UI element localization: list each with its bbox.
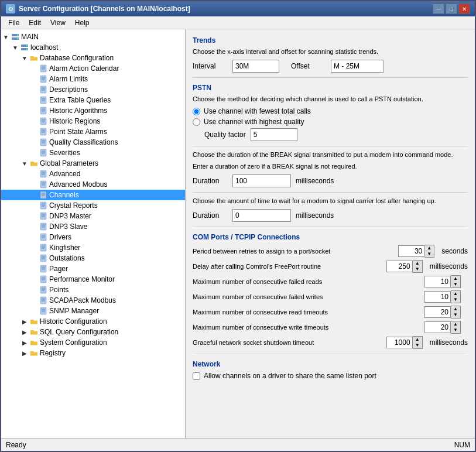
spinner-input-3[interactable] [424,291,451,303]
tree-item-alarm-limits[interactable]: Alarm Limits [1,74,185,84]
tree-item-drivers[interactable]: Drivers [1,232,185,242]
pstn-header: PSTN [193,84,468,92]
label-dnp3-master: DNP3 Master [49,212,91,220]
tree-item-dnp3-slave[interactable]: DNP3 Slave [1,221,185,232]
svg-rect-72 [40,244,46,251]
icon-global-params [29,159,39,168]
tree-item-localhost[interactable]: ▼localhost [1,42,185,53]
label-outstations: Outstations [49,254,85,262]
tree-item-dnp3-master[interactable]: DNP3 Master [1,211,185,221]
tree-item-advanced[interactable]: Advanced [1,169,185,179]
toggle-localhost[interactable]: ▼ [11,43,20,52]
toggle-historic-config[interactable]: ▶ [20,317,29,326]
spinner-down-0[interactable]: ▼ [424,251,434,257]
tree-item-performance-monitor[interactable]: Performance Monitor [1,274,185,285]
tree-item-severities[interactable]: Severities [1,148,185,158]
spinner-input-2[interactable] [424,276,451,287]
icon-outstations [39,254,48,263]
quality-input[interactable] [251,128,297,141]
spinner-up-3[interactable]: ▲ [451,291,460,297]
tree-item-pager[interactable]: Pager [1,263,185,274]
toggle-dbconfig[interactable]: ▼ [20,53,29,63]
tree-item-snmp-manager[interactable]: SNMP Manager [1,306,185,316]
spinner-input-5[interactable] [424,321,451,333]
app-icon: ⚙ [6,4,15,13]
spinner-up-2[interactable]: ▲ [451,276,460,282]
tree-item-main[interactable]: ▼MAIN [1,32,185,42]
svg-rect-40 [40,149,46,156]
label-global-params: Global Parameters [40,159,98,167]
menu-edit[interactable]: Edit [24,18,46,28]
spinner-input-6[interactable] [386,337,413,348]
carrier-duration-input[interactable] [232,209,291,222]
toggle-registry[interactable]: ▶ [20,348,29,358]
spinner-input-4[interactable] [424,306,451,318]
toggle-main[interactable]: ▼ [1,32,11,42]
tree-item-scadapack-modbus[interactable]: SCADAPack Modbus [1,295,185,306]
label-historic-regions: Historic Regions [49,117,100,125]
close-button[interactable]: ✕ [458,4,470,14]
listen-port-checkbox[interactable] [193,372,200,380]
spinner-input-0[interactable] [398,245,424,257]
radio-fewest[interactable] [193,108,200,115]
toggle-historic-algo [29,106,39,115]
spinner-down-5[interactable]: ▼ [451,327,460,333]
toggle-scadapack-modbus [29,296,39,305]
tree-item-dbconfig[interactable]: ▼Database Configuration [1,53,185,63]
minimize-button[interactable]: ─ [433,4,444,14]
tree-item-alarm-action[interactable]: Alarm Action Calendar [1,63,185,74]
spinner-up-6[interactable]: ▲ [413,337,422,343]
spinner-up-0[interactable]: ▲ [424,245,434,251]
spinner-unit-0: seconds [441,247,468,255]
toggle-sql-query[interactable]: ▶ [20,327,29,337]
icon-extra-table [39,95,48,105]
offset-input[interactable] [331,60,383,73]
maximize-button[interactable]: □ [446,4,457,14]
tree-item-extra-table[interactable]: Extra Table Queries [1,95,185,105]
spinner-down-6[interactable]: ▼ [413,343,422,348]
tree-item-sql-query[interactable]: ▶SQL Query Configuration [1,327,185,337]
toggle-kingfisher [29,243,39,252]
spinners-container: Period between retries to assign to a po… [193,245,468,349]
spinner-down-1[interactable]: ▼ [413,266,422,272]
tree-item-historic-regions[interactable]: Historic Regions [1,116,185,126]
break-duration-input[interactable] [232,174,291,187]
menu-view[interactable]: View [46,18,70,28]
spinner-down-2[interactable]: ▼ [451,282,460,287]
tree-item-system-config[interactable]: ▶System Configuration [1,337,185,348]
tree-item-outstations[interactable]: Outstations [1,253,185,263]
tree-item-registry[interactable]: ▶Registry [1,348,185,358]
spinner-up-5[interactable]: ▲ [451,321,460,327]
spinner-up-4[interactable]: ▲ [451,306,460,312]
tree-item-historic-algo[interactable]: Historic Algorithms [1,105,185,116]
icon-dnp3-master [39,211,48,221]
toggle-system-config[interactable]: ▶ [20,338,29,347]
label-snmp-manager: SNMP Manager [49,307,99,315]
label-dnp3-slave: DNP3 Slave [49,222,87,231]
tree-item-descriptions[interactable]: Descriptions [1,84,185,95]
quality-label: Quality factor [204,131,246,139]
tree-item-channels[interactable]: Channels [1,190,185,200]
tree-item-points[interactable]: Points [1,285,185,295]
svg-rect-92 [40,297,46,304]
tree-item-point-state[interactable]: Point State Alarms [1,126,185,137]
menu-file[interactable]: File [4,18,24,28]
interval-input[interactable] [232,60,279,73]
tree-item-global-params[interactable]: ▼Global Parameters [1,158,185,169]
trends-desc: Choose the x-axis interval and offset fo… [193,48,468,55]
icon-main [11,32,20,42]
spinner-down-4[interactable]: ▼ [451,312,460,318]
radio-fewest-label: Use channel with fewest total calls [204,107,311,115]
tree-item-quality-class[interactable]: Quality Classifications [1,137,185,148]
label-scadapack-modbus: SCADAPack Modbus [49,296,116,304]
tree-item-crystal-reports[interactable]: Crystal Reports [1,200,185,211]
spinner-input-1[interactable] [386,261,413,272]
tree-item-historic-config[interactable]: ▶Historic Configuration [1,316,185,327]
tree-item-kingfisher[interactable]: Kingfisher [1,242,185,253]
tree-item-advanced-modbus[interactable]: Advanced Modbus [1,179,185,190]
spinner-down-3[interactable]: ▼ [451,297,460,303]
menu-help[interactable]: Help [70,18,94,28]
radio-highest[interactable] [193,118,200,126]
toggle-global-params[interactable]: ▼ [20,159,29,168]
spinner-up-1[interactable]: ▲ [413,261,422,266]
